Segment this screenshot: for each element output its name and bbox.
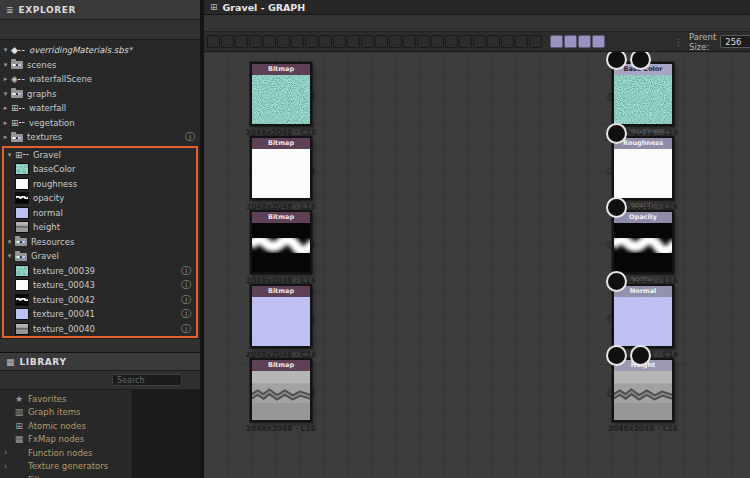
node-connection-wire[interactable] <box>313 393 613 396</box>
chevron-icon[interactable]: ▾ <box>4 238 15 246</box>
explorer-tree-row[interactable]: height <box>4 220 196 235</box>
graph-node-row: Bitmap 2048x2048 - C16 <box>204 284 750 348</box>
output-usage-badge[interactable] <box>606 52 627 70</box>
library-category-row[interactable]: ⊞ Atomic nodes <box>0 419 132 433</box>
bitmap-node[interactable]: Bitmap 2048x2048 - L16 <box>250 136 312 200</box>
explorer-tree-row[interactable]: ▾ Gravel <box>4 249 196 264</box>
node-connection-wire[interactable] <box>313 319 613 322</box>
output-usage-badge[interactable] <box>630 52 651 70</box>
explorer-tree-row[interactable]: texture_00041 <box>4 307 196 322</box>
explorer-tree-row[interactable]: texture_00040 <box>4 322 196 337</box>
info-icon[interactable] <box>181 307 191 321</box>
node-header: Bitmap <box>252 212 310 223</box>
library-category-row[interactable]: › Filters <box>0 473 132 478</box>
node-connection-wire[interactable] <box>313 245 613 248</box>
parent-size-label: Parent Size: <box>689 32 716 52</box>
chevron-icon[interactable]: ▸ <box>0 75 11 83</box>
explorer-tree-row[interactable]: ▾ Gravel <box>4 148 196 163</box>
tree-item-icon <box>15 308 29 320</box>
node-resolution-caption: 2048x2048 - L16 <box>231 424 331 433</box>
info-icon[interactable] <box>181 293 191 307</box>
library-category-row[interactable]: › Texture generators <box>0 460 132 474</box>
explorer-header[interactable]: ≣ EXPLORER <box>0 0 200 20</box>
library-folder-icon: ▦ <box>6 357 15 367</box>
chevron-icon[interactable]: ▾ <box>0 61 11 69</box>
explorer-footer <box>0 338 200 352</box>
graph-node-row: Bitmap 2048x2048 - L16 <box>204 358 750 422</box>
explorer-tree-row[interactable]: opacity <box>4 191 196 206</box>
explorer-tree-row[interactable]: normal <box>4 206 196 221</box>
info-icon[interactable] <box>181 264 191 278</box>
library-category-row[interactable]: › Function nodes <box>0 446 132 460</box>
node-thumbnail <box>614 371 672 420</box>
explorer-tree-row[interactable]: ▾ graphs <box>0 87 200 102</box>
library-category-row[interactable]: ★ Favorites <box>0 392 132 406</box>
bitmap-node[interactable]: Bitmap 2048x2048 - C16 <box>250 62 312 126</box>
graph-node-row: Bitmap 2048x2048 - L16 <box>204 210 750 274</box>
output-node[interactable]: Base Color 2048x2048 - C16 <box>612 62 674 126</box>
chevron-icon[interactable]: ▾ <box>0 90 11 98</box>
node-header: Bitmap <box>252 64 310 75</box>
explorer-tree-row[interactable]: ▸ waterfall <box>0 101 200 116</box>
bitmap-node[interactable]: Bitmap 2048x2048 - L16 <box>250 358 312 422</box>
output-node[interactable]: opacity Opacity <box>612 210 674 274</box>
tree-item-icon <box>11 117 25 128</box>
explorer-tree-row[interactable]: ▾ Resources <box>4 235 196 250</box>
tree-item-label: baseColor <box>33 164 75 174</box>
explorer-tree-row[interactable]: roughness <box>4 177 196 192</box>
output-node[interactable]: Height 2048x2048 - L16 <box>612 358 674 422</box>
explorer-tree-row[interactable]: texture_00043 <box>4 278 196 293</box>
chevron-icon[interactable]: ▸ <box>0 133 11 141</box>
output-node[interactable]: roughness Roughness <box>612 136 674 200</box>
tree-item-label: texture_00043 <box>33 280 95 290</box>
graph-canvas[interactable]: Bitmap 2048x2048 - C16 <box>204 52 750 478</box>
graph-node-row: Bitmap 2048x2048 - C16 <box>204 62 750 126</box>
tree-item-label: waterfallScene <box>29 74 92 84</box>
chevron-icon[interactable]: ▾ <box>4 252 15 260</box>
explorer-tree-row[interactable]: texture_00039 <box>4 264 196 279</box>
output-usage-badge[interactable] <box>606 271 627 292</box>
bitmap-node[interactable]: Bitmap 2048x2048 - C16 <box>250 284 312 348</box>
tree-item-icon <box>15 149 29 160</box>
library-results-area[interactable] <box>132 390 200 478</box>
chevron-icon[interactable]: ▾ <box>4 151 15 159</box>
info-icon[interactable] <box>181 278 191 292</box>
explorer-tree-row[interactable]: ▸ textures <box>0 130 200 145</box>
tree-item-label: texture_00041 <box>33 309 95 319</box>
node-thumbnail <box>252 371 310 420</box>
explorer-tree-row[interactable]: baseColor <box>4 162 196 177</box>
info-icon[interactable] <box>185 130 195 144</box>
output-node[interactable]: normal Normal <box>612 284 674 348</box>
info-icon[interactable] <box>181 322 191 336</box>
chevron-right-icon: › <box>4 448 13 457</box>
graph-title-bar[interactable]: ⊞ Gravel - GRAPH <box>204 0 750 15</box>
chevron-icon[interactable]: ▸ <box>0 119 11 127</box>
tree-item-icon <box>15 207 29 219</box>
output-usage-badge[interactable] <box>606 123 627 144</box>
output-usage-badge[interactable] <box>606 197 627 218</box>
library-category-row[interactable]: ▥ Graph items <box>0 406 132 420</box>
explorer-tree-row[interactable]: ▸ waterfallScene <box>0 72 200 87</box>
bitmap-node[interactable]: Bitmap 2048x2048 - L16 <box>250 210 312 274</box>
tree-item-icon <box>11 90 23 98</box>
explorer-tree-row[interactable]: ▸ vegetation <box>0 116 200 131</box>
node-connection-wire[interactable] <box>313 171 613 174</box>
parent-size-input[interactable] <box>720 35 750 48</box>
explorer-tree-row[interactable]: ▾ overridingMaterials.sbs* <box>0 43 200 58</box>
search-input[interactable] <box>112 374 182 386</box>
library-header[interactable]: ▦ LIBRARY <box>0 353 200 371</box>
library-category-icon: ★ <box>13 394 25 404</box>
node-thumbnail <box>252 75 310 124</box>
library-category-row[interactable]: ▦ FxMap nodes <box>0 433 132 447</box>
output-usage-badge[interactable] <box>630 345 651 366</box>
output-usage-badge[interactable] <box>606 345 627 366</box>
explorer-tree-row[interactable]: ▾ scenes <box>0 58 200 73</box>
library-toolbar <box>0 371 200 390</box>
library-category-list: ★ Favorites ▥ Graph items ⊞ Atomic nodes <box>0 390 132 478</box>
tree-item-label: Resources <box>31 237 74 247</box>
node-connection-wire[interactable] <box>313 97 613 100</box>
explorer-tree-row[interactable]: texture_00042 <box>4 293 196 308</box>
library-category-label: Function nodes <box>28 448 93 458</box>
chevron-icon[interactable]: ▾ <box>0 46 11 54</box>
chevron-icon[interactable]: ▸ <box>0 104 11 112</box>
